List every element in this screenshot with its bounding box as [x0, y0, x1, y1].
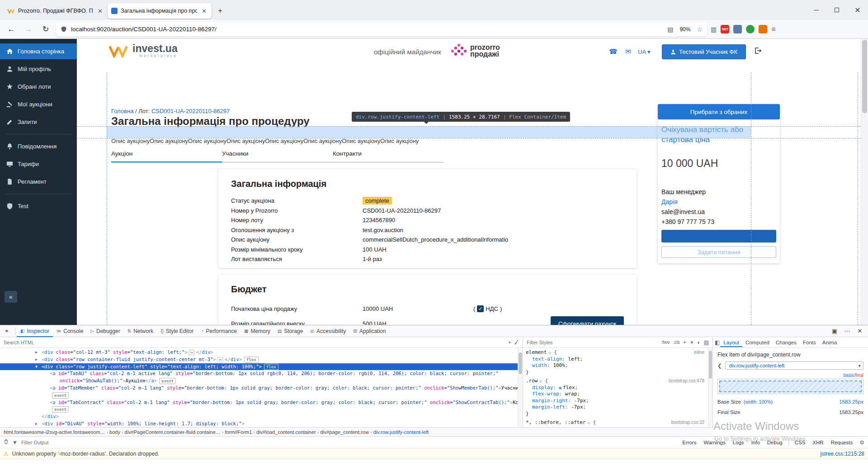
devtools-tab-storage[interactable]: ▤Storage — [274, 325, 307, 337]
breadcrumb-node[interactable]: div.row.justify-content-left — [373, 429, 429, 435]
breadcrumb-lot-link[interactable]: CSD001-UA-20220110-86297 — [151, 108, 230, 114]
reload-button[interactable]: ↻ — [39, 23, 52, 36]
language-dropdown[interactable]: UA ▾ — [638, 48, 650, 55]
tab-close-icon[interactable]: ✕ — [96, 8, 104, 14]
rules-scrollbar[interactable] — [708, 348, 712, 427]
manager-name-link[interactable]: Дарія — [661, 198, 678, 205]
breadcrumb-home-link[interactable]: Головна — [111, 108, 133, 114]
minimize-button[interactable] — [806, 0, 826, 20]
markup-line[interactable]: </div> — [0, 413, 523, 420]
console-filter-xhr[interactable]: XHR — [809, 439, 826, 446]
ask-question-button[interactable]: Задати питання — [661, 246, 776, 258]
generate-invoice-button[interactable]: Сформувати рахунок — [551, 316, 624, 325]
sidebar-item[interactable]: Мої аукціони — [0, 96, 77, 112]
markup-line[interactable]: ▶<div class="col-12 mt-3" style="text-al… — [0, 349, 523, 356]
sidebar-item[interactable]: Мій профіль — [0, 61, 77, 77]
sidebar-item[interactable]: Головна сторінка — [0, 43, 77, 59]
markup-badge[interactable]: event — [52, 392, 69, 399]
zoom-level[interactable]: 90% — [677, 25, 693, 33]
sidebar-item[interactable]: Повідомлення — [0, 138, 77, 154]
dark-scheme-icon[interactable]: ◐ — [697, 339, 700, 346]
browser-tab-active[interactable]: Загальна інформація про про… ✕ — [108, 3, 212, 19]
clear-console-icon[interactable] — [4, 439, 9, 446]
rule-origin-link[interactable]: bootstrap.css:32 — [671, 419, 704, 426]
tab-close-icon[interactable]: ✕ — [200, 8, 208, 14]
url-bar[interactable]: localhost:9020/auction/CSD001-UA-2022011… — [56, 22, 707, 37]
sidebar-item[interactable]: Test — [0, 198, 77, 214]
devtools-tab-style-editor[interactable]: {}Style Editor — [157, 325, 197, 337]
menu-icon[interactable]: ≡ — [771, 25, 775, 33]
sidebar-tab-fonts[interactable]: Fonts — [800, 338, 819, 347]
reader-mode-icon[interactable]: ▤ — [667, 26, 673, 33]
console-filter-errors[interactable]: Errors — [679, 439, 699, 446]
markup-line[interactable]: ▼<div class="row justify-content-left" s… — [0, 363, 523, 371]
extension-icon-red[interactable]: NST — [721, 25, 729, 33]
breadcrumb-node[interactable]: div#load_content.container — [256, 429, 316, 435]
browser-tab-prozorro[interactable]: Prozorro. Продажі ФГВФО. Пр… ✕ — [4, 3, 108, 19]
markup-line[interactable]: ▶<div id="DivAU" style="width: 100%; lin… — [0, 420, 523, 427]
node-picker-icon[interactable]: ⌖ — [0, 327, 14, 335]
console-settings-icon[interactable]: ⚙ — [859, 439, 864, 446]
markup-line[interactable]: <a id="TabMember" class="col-2 m-1 lang"… — [0, 385, 523, 392]
breadcrumb-node[interactable]: html.fontawesome-i2svg-active.fontawesom… — [4, 429, 105, 435]
devtools-tab-network[interactable]: ⇅Network — [124, 325, 157, 337]
sidebars-icon[interactable]: ▥ — [711, 26, 717, 33]
user-account-button[interactable]: Тестовий Учасник ФК — [662, 44, 746, 59]
markup-line[interactable]: ▶<div class="row container-fluid justify… — [0, 356, 523, 363]
page-scrollbar[interactable] — [861, 39, 868, 325]
sidebar-item[interactable]: Регламент — [0, 174, 77, 190]
bookmark-star-icon[interactable]: ☆ — [697, 26, 703, 33]
console-filter-requests[interactable]: Requests — [828, 439, 856, 446]
css-rule[interactable]: bootstrap.css:32*, ::before, ::after◎ {b… — [526, 419, 711, 427]
markup-scrollbar[interactable] — [518, 348, 523, 427]
sidebar-item[interactable]: Обрані лоти — [0, 79, 77, 95]
markup-badge[interactable]: event — [52, 406, 69, 413]
eyedropper-icon[interactable] — [514, 339, 519, 346]
sidebar-item[interactable]: Тарифи — [0, 156, 77, 172]
devtools-options-icon[interactable]: ⋯ — [842, 328, 853, 334]
close-button[interactable]: ✕ — [847, 0, 868, 20]
print-simulation-icon[interactable]: ▤ — [704, 339, 709, 346]
markup-line[interactable]: event — [0, 392, 523, 399]
add-node-icon[interactable]: + — [508, 339, 511, 346]
scrollbar-thumb[interactable] — [862, 40, 867, 113]
extension-icon-green[interactable] — [746, 25, 755, 33]
breadcrumb-node[interactable]: form#Form1 — [225, 429, 252, 435]
console-filter-info[interactable]: Info — [748, 439, 763, 446]
extension-icon-save[interactable] — [733, 25, 742, 33]
filter-output-input[interactable] — [21, 440, 675, 445]
markup-badge[interactable]: flex — [244, 357, 259, 363]
rule-origin-link[interactable]: bootstrap.css:478 — [669, 378, 704, 385]
vat-checkbox[interactable]: ✓ — [477, 305, 484, 312]
extension-icon-orange[interactable] — [759, 25, 767, 33]
sidebar-tab-computed[interactable]: Computed — [742, 338, 773, 347]
pseudo-class-toggle[interactable]: :hov — [661, 340, 670, 345]
responsive-design-icon[interactable]: ▣ — [829, 328, 840, 334]
markup-line[interactable]: <a id="TabAU" class="col-2 m-1 active la… — [0, 370, 523, 377]
back-button[interactable]: ← — [5, 23, 18, 36]
pane-collapse-icon[interactable]: ◧ — [715, 339, 720, 346]
add-rule-icon[interactable]: + — [683, 339, 686, 346]
devtools-close-icon[interactable]: ✕ — [854, 328, 865, 334]
devtools-tab-performance[interactable]: ◔Performance — [197, 325, 241, 337]
devtools-tab-inspector[interactable]: ◧Inspector — [17, 325, 53, 337]
class-toggle[interactable]: .cls — [673, 340, 680, 345]
filter-styles-input[interactable] — [527, 340, 658, 345]
search-html-input[interactable] — [4, 340, 505, 345]
prev-flex-item-icon[interactable]: ❮ — [717, 362, 722, 369]
console-filter-logs[interactable]: Logs — [730, 439, 747, 446]
sidebar-item[interactable]: Запити — [0, 114, 77, 130]
markup-line[interactable]: onclick="ShowAuTab();">Аукціон</a>event — [0, 377, 523, 385]
devtools-tab-accessibility[interactable]: ◎Accessibility — [307, 325, 349, 337]
invest-logo[interactable]: invest.ua marketplace — [108, 43, 178, 58]
maximize-button[interactable] — [826, 0, 847, 20]
markup-badge[interactable]: event — [159, 378, 176, 384]
console-filter-css[interactable]: CSS — [792, 439, 809, 446]
light-scheme-icon[interactable]: ☀ — [689, 339, 694, 346]
lot-tab-Аукціон[interactable]: Аукціон — [111, 150, 222, 162]
breadcrumb-node[interactable]: div#PageContent.container-fluid.containe… — [125, 429, 221, 435]
sidebar-tab-changes[interactable]: Changes — [773, 338, 800, 347]
console-warning-row[interactable]: ⚠ Unknown property '-moz-border-radius'.… — [0, 448, 868, 459]
devtools-tab-application[interactable]: ⊞Application — [349, 325, 389, 337]
mail-icon[interactable]: ✉ — [625, 48, 631, 56]
